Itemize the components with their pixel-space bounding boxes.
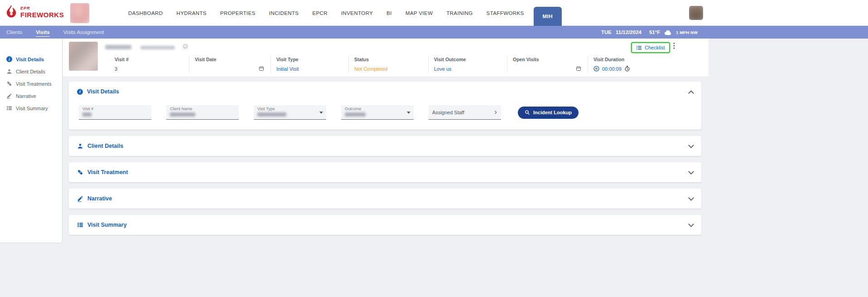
client-name-input[interactable]: Client Name <box>166 105 239 120</box>
checklist-icon <box>636 45 642 51</box>
calendar-icon[interactable] <box>576 66 581 72</box>
nav-incidents[interactable]: INCIDENTS <box>262 0 306 26</box>
date-weather-widget: TUE 11/12/2024 51°F 1 MPH NW <box>601 26 698 39</box>
cloud-icon <box>664 29 672 35</box>
brand-line2: FIREWORKS <box>20 11 64 18</box>
stopwatch-icon[interactable] <box>624 66 630 73</box>
pen-icon <box>77 195 83 202</box>
nav-mih-active-tab[interactable]: MIH <box>534 7 562 26</box>
redacted-value <box>345 112 366 117</box>
bandaid-icon <box>6 81 12 87</box>
expand-chevron-icon[interactable] <box>688 221 694 227</box>
visit-sections: Visit Details Visit # Client Name Visit … <box>69 82 701 235</box>
expand-chevron-icon[interactable] <box>688 142 694 148</box>
mood-icon[interactable] <box>182 42 189 50</box>
chevron-down-icon <box>319 112 323 114</box>
info-icon <box>6 56 12 62</box>
pen-icon <box>6 93 12 99</box>
sidebar-item-visit-summary[interactable]: Visit Summary <box>0 102 62 114</box>
client-photo-redacted <box>69 42 98 71</box>
subnav-clients[interactable]: Clients <box>6 29 22 35</box>
field-visit-date: Visit Date <box>189 56 270 73</box>
temperature: 51°F <box>649 29 660 35</box>
main-nav: DASHBOARD HYDRANTS PROPERTIES INCIDENTS … <box>121 0 562 26</box>
nav-dashboard[interactable]: DASHBOARD <box>121 0 169 26</box>
sidebar-item-visit-treatments[interactable]: Visit Treatments <box>0 78 62 90</box>
nav-properties[interactable]: PROPERTIES <box>213 0 262 26</box>
redacted-value <box>82 112 92 117</box>
nav-bi[interactable]: BI <box>380 0 399 26</box>
search-icon <box>525 110 530 115</box>
sidebar-item-narrative[interactable]: Narrative <box>0 90 62 102</box>
bandaid-icon <box>77 169 83 175</box>
status-badge: Not Completed <box>354 66 428 72</box>
chevron-right-icon <box>494 107 497 117</box>
subnav-visits-assignment[interactable]: Visits Assignment <box>63 29 104 35</box>
visit-summary-card-header[interactable]: Visit Summary <box>69 215 701 235</box>
user-avatar[interactable] <box>689 6 703 20</box>
visit-summary-card: Visit Summary <box>69 215 701 235</box>
visit-details-card-header[interactable]: Visit Details <box>69 82 701 102</box>
field-status: Status Not Completed <box>348 56 428 73</box>
client-details-card-header[interactable]: Client Details <box>69 136 701 156</box>
calendar-icon[interactable] <box>259 66 264 72</box>
summary-icon <box>6 105 12 111</box>
brand-line1: EPR <box>20 6 64 10</box>
client-details-card: Client Details <box>69 136 701 156</box>
expand-chevron-icon[interactable] <box>688 169 694 175</box>
section-title: Visit Details <box>87 88 119 95</box>
outcome-select[interactable]: Outcome <box>341 105 414 120</box>
weather-day: TUE <box>601 29 612 35</box>
visit-treatment-card-header[interactable]: Visit Treatment <box>69 162 701 182</box>
section-title: Narrative <box>87 195 112 202</box>
app-logo: EPR FIREWORKS <box>5 4 64 20</box>
visit-number-input[interactable]: Visit # <box>79 105 151 120</box>
field-visit-outcome: Visit Outcome Love us <box>428 56 507 73</box>
visit-type-select[interactable]: Visit Type <box>254 105 326 120</box>
checklist-button[interactable]: Checklist <box>631 42 670 53</box>
collapse-chevron-icon[interactable] <box>688 90 694 96</box>
narrative-card-header[interactable]: Narrative <box>69 189 701 209</box>
chevron-down-icon <box>407 112 410 114</box>
more-options-button[interactable] <box>669 41 680 53</box>
redacted-value <box>257 112 286 117</box>
visit-details-card: Visit Details Visit # Client Name Visit … <box>69 82 701 130</box>
visit-type-value: Initial Visit <box>276 66 348 72</box>
section-title: Visit Treatment <box>87 169 128 175</box>
visit-summary-fields: Visit # 3 Visit Date Visit Type Initial … <box>109 56 694 73</box>
client-subinfo-redacted <box>140 46 175 49</box>
assigned-staff-picker[interactable]: Assigned Staff <box>429 105 501 120</box>
sidebar-item-visit-details[interactable]: Visit Details <box>0 53 62 65</box>
nav-epcr[interactable]: EPCR <box>305 0 334 26</box>
pause-icon[interactable] <box>593 66 599 73</box>
person-icon <box>77 143 83 149</box>
nav-map-view[interactable]: MAP VIEW <box>399 0 440 26</box>
nav-hydrants[interactable]: HYDRANTS <box>169 0 213 26</box>
subnav-visits-active[interactable]: Visits <box>36 29 49 35</box>
wind-speed: 1 MPH NW <box>676 30 698 35</box>
visit-sidebar: Visit Details Client Details Visit Treat… <box>0 39 63 243</box>
expand-chevron-icon[interactable] <box>688 195 694 201</box>
incident-lookup-button[interactable]: Incident Lookup <box>518 107 579 119</box>
redacted-value <box>170 112 195 117</box>
visit-header-strip: Visit # 3 Visit Date Visit Type Initial … <box>63 39 709 77</box>
flame-icon <box>5 4 18 20</box>
visit-duration-value: 00:00:09 <box>602 66 622 72</box>
section-title: Visit Summary <box>87 222 127 228</box>
client-name-redacted <box>105 45 131 49</box>
field-visit-type: Visit Type Initial Visit <box>270 56 348 73</box>
visit-treatment-card: Visit Treatment <box>69 162 701 182</box>
narrative-card: Narrative <box>69 189 701 209</box>
info-icon <box>77 89 83 95</box>
module-sub-nav: Clients Visits Visits Assignment TUE 11/… <box>0 26 868 39</box>
nav-inventory[interactable]: INVENTORY <box>334 0 380 26</box>
section-title: Client Details <box>87 143 123 149</box>
nav-training[interactable]: TRAINING <box>439 0 479 26</box>
person-icon <box>6 68 12 74</box>
nav-staffworks[interactable]: STAFFWORKS <box>480 0 531 26</box>
field-visit-number: Visit # 3 <box>109 56 189 73</box>
visit-number-value: 3 <box>115 66 189 72</box>
field-visit-duration: Visit Duration 00:00:09 <box>588 56 694 73</box>
visit-outcome-value: Love us <box>434 66 507 72</box>
sidebar-item-client-details[interactable]: Client Details <box>0 65 62 78</box>
